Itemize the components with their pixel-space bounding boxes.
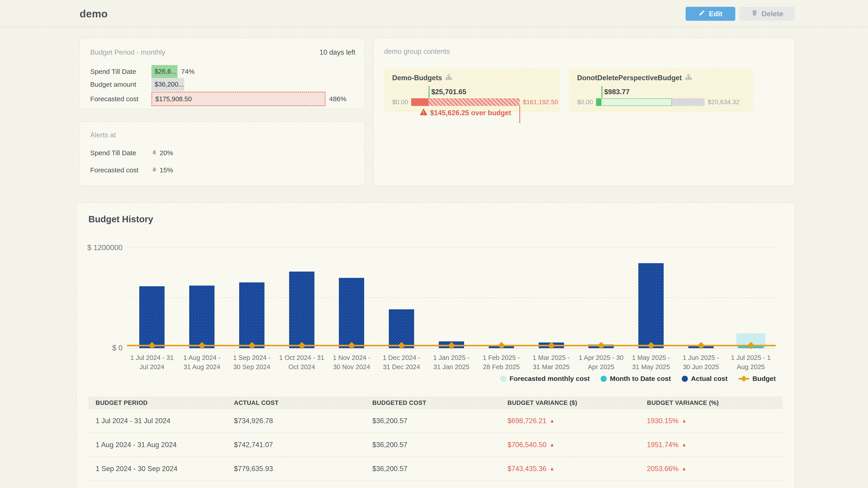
spend-segment [411, 98, 429, 106]
x-axis-label: 1 Nov 2024 - 30 Nov 2024 [327, 353, 377, 372]
delete-button-label: Delete [762, 10, 783, 18]
legend-item[interactable]: Month to Date cost [600, 375, 671, 383]
budget-progress-bar: $25,701.65$145,626.25 over budget [411, 98, 520, 106]
x-axis-label: 1 Sep 2024 - 30 Sep 2024 [227, 353, 277, 372]
days-left-label: 10 days left [319, 48, 355, 57]
alert-label: Spend Till Date [90, 149, 151, 157]
budget-amount-row: Budget amount $36,200.... [90, 78, 355, 91]
group-budget-tiles: Demo-Budgets$0.00$25,701.65$145,626.25 o… [384, 68, 784, 112]
actual-cost-bar [289, 271, 314, 348]
budget-tile[interactable]: DonotDeletePerspectiveBudget$0.00$983.77… [569, 68, 753, 112]
up-arrow-icon: ▲ [550, 466, 555, 472]
main-content: Budget Period - monthly 10 days left Spe… [0, 27, 868, 488]
y-axis-tick-bottom: $ 0 [112, 344, 123, 352]
budget-progress-bar: $983.77 [596, 98, 705, 106]
table-row[interactable]: 1 Aug 2024 - 31 Aug 2024$742,741.07$36,2… [88, 433, 783, 457]
spend-till-date-chip: $26,6... [151, 65, 178, 78]
trash-icon [751, 9, 758, 18]
pencil-icon [699, 9, 705, 18]
x-axis-label: 1 Feb 2025 - 28 Feb 2025 [476, 353, 526, 372]
alert-threshold: 15% [160, 166, 173, 174]
budget-history-chart: $ 1200000 $ 0 1 Jul 2024 - 31 Jul 20241 … [127, 247, 776, 383]
spend-till-date-row: Spend Till Date $26,6... 74% [90, 65, 355, 78]
actual-cost-cell: $779,635.93 [227, 465, 365, 473]
x-axis-label: 1 Apr 2025 - 30 Apr 2025 [576, 353, 626, 372]
legend-item[interactable]: Actual cost [682, 375, 727, 383]
budget-name: DonotDeletePerspectiveBudget [577, 74, 682, 82]
chart-legend: Forecasted monthly costMonth to Date cos… [127, 375, 776, 383]
actual-cost-bar [638, 263, 664, 348]
legend-label: Month to Date cost [610, 375, 671, 383]
budget-period-cell: 1 Jul 2024 - 31 Jul 2024 [88, 417, 227, 425]
spend-marker-value: $25,701.65 [429, 88, 466, 96]
actual-cost-bar [239, 283, 265, 348]
spend-till-date-label: Spend Till Date [90, 68, 151, 75]
budget-period-title: Budget Period - monthly [90, 48, 165, 57]
up-arrow-icon: ▲ [682, 418, 687, 424]
table-body: 1 Jul 2024 - 31 Jul 2024$734,926.78$36,2… [88, 409, 783, 481]
legend-color-dot [500, 376, 506, 382]
gridline-top [127, 247, 776, 248]
bell-icon [151, 166, 157, 174]
budget-variance-pct-cell: 1930.15%▲ [640, 417, 783, 425]
group-contents-title: demo group contents [384, 47, 450, 55]
budget-tile-header: Demo-Budgets [392, 74, 553, 82]
legend-label: Forecasted monthly cost [509, 375, 590, 383]
up-arrow-icon: ▲ [550, 418, 555, 424]
hierarchy-icon [445, 74, 452, 82]
x-axis-label: 1 May 2025 - 31 May 2025 [626, 353, 676, 372]
legend-item[interactable]: Budget [739, 375, 776, 383]
legend-item[interactable]: Forecasted monthly cost [500, 375, 590, 383]
budget-legend-marker [739, 378, 749, 380]
x-axis-label: 1 Jun 2025 - 30 Jun 2025 [676, 353, 726, 372]
actual-cost-bar [139, 286, 164, 348]
x-axis-label: 1 Mar 2025 - 31 Mar 2025 [526, 353, 576, 372]
x-axis-label: 1 Oct 2024 - 31 Oct 2024 [277, 353, 327, 372]
budget-bar-row: $0.00$25,701.65$145,626.25 over budget$1… [392, 98, 553, 106]
alerts-title: Alerts at [90, 131, 116, 139]
table-header-cell: Budget period [88, 399, 227, 406]
budget-amount-label: Budget amount [90, 80, 151, 88]
group-contents-card: demo group contents Demo-Budgets$0.00$25… [373, 38, 795, 186]
delete-button[interactable]: Delete [739, 7, 795, 21]
forecasted-cost-percent: 486% [329, 95, 346, 103]
budget-tile-header: DonotDeletePerspectiveBudget [577, 74, 746, 82]
up-arrow-icon: ▲ [682, 466, 687, 472]
x-axis-label: 1 Jul 2024 - 31 Jul 2024 [127, 353, 177, 372]
header-actions: Edit Delete [686, 7, 795, 21]
budget-name: Demo-Budgets [392, 74, 442, 82]
table-row[interactable]: 1 Sep 2024 - 30 Sep 2024$779,635.93$36,2… [88, 457, 783, 481]
legend-color-dot [600, 376, 607, 382]
table-header-cell: Budget variance ($) [500, 399, 640, 406]
bell-icon [151, 149, 157, 157]
alert-row: Forecasted cost 15% [90, 166, 355, 174]
spend-marker-value: $983.77 [601, 88, 629, 96]
actual-cost-cell: $734,926.78 [227, 417, 365, 425]
hierarchy-icon [685, 74, 692, 82]
edit-button[interactable]: Edit [686, 7, 735, 21]
budget-variance-usd-cell: $698,726.21▲ [500, 417, 640, 425]
over-budget-warning: $145,626.25 over budget [411, 109, 520, 117]
budget-variance-usd-cell: $706,540.50▲ [500, 441, 640, 449]
table-row[interactable]: 1 Jul 2024 - 31 Jul 2024$734,926.78$36,2… [88, 409, 783, 433]
x-axis-labels: 1 Jul 2024 - 31 Jul 20241 Aug 2024 - 31 … [127, 353, 776, 372]
up-arrow-icon: ▲ [682, 442, 687, 448]
x-axis-label: 1 Jan 2025 - 31 Jan 2025 [427, 353, 476, 372]
actual-cost-bar [189, 286, 215, 348]
actual-cost-cell: $742,741.07 [227, 441, 365, 449]
alert-row: Spend Till Date 20% [90, 149, 355, 157]
edit-button-label: Edit [709, 10, 722, 18]
bar-min-label: $0.00 [392, 98, 408, 106]
budgeted-cost-cell: $36,200.57 [365, 417, 500, 425]
table-header-cell: Budget variance (%) [640, 399, 783, 406]
x-axis-label: 1 Aug 2024 - 31 Aug 2024 [177, 353, 227, 372]
budget-amount-chip: $36,200.... [151, 78, 184, 91]
budget-tile[interactable]: Demo-Budgets$0.00$25,701.65$145,626.25 o… [384, 68, 560, 112]
page-title: demo [80, 8, 108, 20]
budget-period-card: Budget Period - monthly 10 days left Spe… [80, 38, 365, 109]
legend-label: Budget [752, 375, 776, 383]
forecasted-cost-label: Forecasted cost [90, 95, 151, 103]
alert-label: Forecasted cost [90, 166, 151, 174]
up-arrow-icon: ▲ [550, 442, 555, 448]
spend-till-date-percent: 74% [181, 68, 195, 75]
